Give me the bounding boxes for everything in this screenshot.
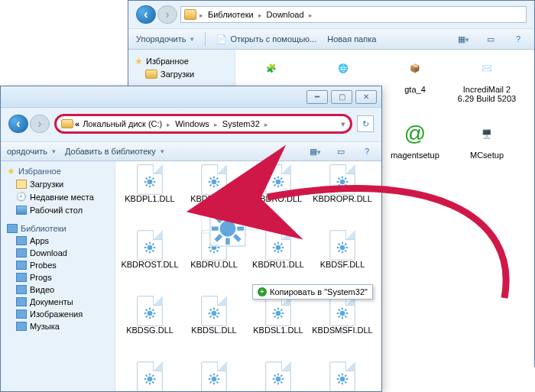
view-menu-button[interactable]: ▦ — [455, 32, 472, 46]
svg-line-41 — [339, 178, 340, 180]
preview-pane-button[interactable]: ▭ — [332, 144, 349, 158]
library-icon — [16, 297, 27, 306]
nav-back-button[interactable] — [136, 5, 156, 24]
list-item[interactable]: KBDPO.DLL — [183, 164, 245, 225]
nav-item[interactable]: Рабочий стол — [4, 204, 112, 216]
preview-pane-button[interactable]: ▭ — [482, 32, 499, 46]
svg-point-27 — [276, 180, 281, 185]
nav-item[interactable]: Download — [4, 247, 112, 259]
list-item[interactable]: KBDROST.DLL — [118, 230, 181, 291]
list-item[interactable]: KBDSMSNO.DLL — [118, 361, 181, 391]
list-item[interactable]: KBDROPR.DLL — [311, 164, 374, 225]
svg-line-152 — [345, 375, 346, 377]
maximize-button[interactable]: ▢ — [331, 90, 352, 104]
breadcrumb-bar-front[interactable]: « Локальный диск (C:) Windows System32 ▾ — [54, 114, 352, 134]
breadcrumb-bar-back[interactable]: Библиотеки Download — [180, 6, 527, 23]
svg-line-42 — [345, 184, 346, 186]
refresh-button[interactable]: ↻ — [357, 115, 374, 132]
new-folder-button[interactable]: Новая папка — [327, 34, 376, 44]
nav-forward-button[interactable] — [157, 5, 177, 24]
close-button[interactable]: ✕ — [355, 90, 377, 104]
svg-line-115 — [339, 316, 340, 317]
view-menu-button[interactable]: ▦ — [306, 144, 323, 158]
nav-favorites[interactable]: ★ Избранное — [131, 54, 232, 68]
file-label: KBDPO.DLL — [190, 195, 238, 204]
help-button[interactable]: ? — [510, 32, 527, 46]
svg-line-122 — [146, 375, 148, 377]
svg-line-105 — [280, 316, 282, 317]
svg-point-135 — [276, 377, 281, 382]
crumb-windows[interactable]: Windows — [173, 119, 211, 128]
minimize-button[interactable]: ━ — [306, 90, 328, 104]
svg-line-43 — [339, 184, 340, 186]
dropdown-chevron-icon[interactable]: ▾ — [341, 119, 345, 129]
nav-item[interactable]: Probes — [4, 259, 112, 271]
list-item[interactable]: KBDSOREX.DLL — [247, 361, 310, 391]
plus-icon: + — [258, 287, 267, 296]
svg-line-17 — [152, 178, 154, 180]
list-item[interactable]: @magentsetup — [384, 118, 446, 169]
nav-item[interactable]: Документы — [4, 296, 112, 308]
organize-button[interactable]: орядочить — [7, 147, 56, 156]
list-item[interactable]: KBDSG.DLL — [118, 296, 181, 357]
list-item[interactable]: KBDSL.DLL — [183, 296, 245, 357]
list-item[interactable]: KBDRU1.DLL — [247, 230, 310, 291]
help-button[interactable]: ? — [358, 144, 375, 158]
nav-item[interactable]: 🕘Недавние места — [4, 190, 112, 204]
svg-line-95 — [210, 309, 212, 311]
svg-line-140 — [274, 375, 276, 377]
desktop-icon — [16, 206, 27, 215]
file-icon: 📄 — [216, 34, 227, 44]
list-item[interactable]: KBDSN1.DLL — [183, 361, 245, 391]
list-item[interactable]: 🖥️MCsetup — [456, 118, 518, 169]
crumb-system32[interactable]: System32 — [221, 119, 261, 128]
list-item[interactable]: KBDSORS1.DLL — [311, 361, 374, 391]
file-label: KBDRU1.DLL — [252, 261, 304, 270]
dll-icon — [264, 361, 292, 390]
nav-item[interactable]: Видео — [4, 283, 112, 296]
add-to-library-button[interactable]: Добавить в библиотеку — [65, 147, 164, 156]
nav-item[interactable]: Apps — [4, 235, 112, 247]
list-item[interactable]: KBDPL1.DLL — [118, 164, 181, 225]
svg-line-114 — [345, 316, 346, 317]
list-item[interactable]: KBDSL1.DLL — [247, 296, 310, 357]
nav-downloads[interactable]: Загрузки — [131, 68, 232, 80]
svg-line-32 — [274, 178, 276, 180]
svg-line-134 — [216, 375, 218, 377]
nav-item[interactable]: Progs — [4, 271, 112, 283]
list-item[interactable]: 📦gta_4 — [384, 53, 446, 112]
svg-line-44 — [345, 178, 346, 180]
titlebar: ━ ▢ ✕ — [1, 86, 381, 108]
nav-libraries-header[interactable]: Библиотеки — [4, 222, 112, 235]
list-item[interactable]: KBDSMSFI.DLL — [311, 296, 374, 357]
list-item[interactable]: KBDRU.DLL — [183, 230, 245, 291]
organize-button[interactable]: Упорядочить — [136, 34, 194, 44]
overflow-chevrons[interactable]: « — [75, 119, 79, 128]
file-list-front[interactable]: KBDPL1.DLLKBDPO.DLLKBDRO.DLLKBDROPR.DLLK… — [115, 161, 381, 391]
nav-forward-button[interactable] — [30, 115, 50, 133]
nav-favorites-header[interactable]: ★ Избранное — [4, 164, 112, 178]
svg-line-106 — [274, 316, 276, 317]
address-bar-back: Библиотеки Download — [128, 1, 534, 28]
nav-item[interactable]: Изображения — [4, 308, 112, 320]
svg-point-63 — [276, 245, 281, 251]
list-item[interactable]: KBDSF.DLL — [311, 230, 374, 291]
crumb-libraries[interactable]: Библиотеки — [206, 10, 255, 19]
file-label: KBDSMSFI.DLL — [312, 326, 372, 335]
file-label: KBDSG.DLL — [126, 326, 173, 335]
crumb-download[interactable]: Download — [265, 10, 306, 19]
nav-item[interactable]: Музыка — [4, 320, 112, 332]
crumb-c-drive[interactable]: Локальный диск (C:) — [81, 119, 164, 128]
nav-back-button[interactable] — [8, 115, 28, 133]
nav-item[interactable]: Загрузки — [4, 178, 112, 190]
dll-icon — [200, 296, 228, 325]
list-item[interactable]: ✉️IncrediMail 2 6.29 Build 5203 — [456, 53, 518, 112]
explorer-window-front: ━ ▢ ✕ « Локальный диск (C:) Windows Syst… — [0, 86, 382, 392]
list-item[interactable]: KBDRO.DLL — [247, 164, 310, 225]
open-with-button[interactable]: 📄 Открыть с помощью... — [216, 34, 316, 44]
divider — [205, 32, 206, 46]
svg-point-144 — [340, 377, 345, 382]
library-icon — [16, 261, 27, 270]
svg-line-34 — [274, 184, 276, 186]
app-icon: 🌐 — [328, 53, 358, 83]
